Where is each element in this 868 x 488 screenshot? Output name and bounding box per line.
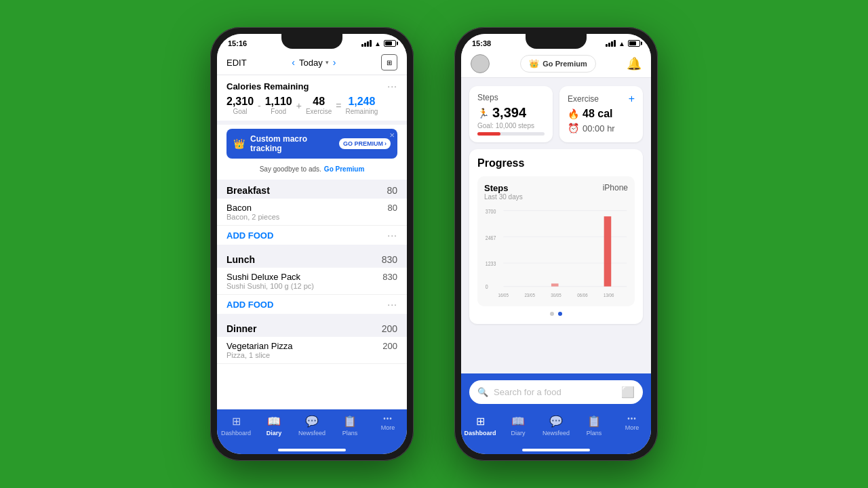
search-icon: 🔍 xyxy=(477,387,488,397)
remaining-value: 1,248 xyxy=(348,96,375,108)
diary-tab-label-2: Diary xyxy=(511,430,525,436)
go-premium-link[interactable]: Go Premium xyxy=(324,165,364,173)
more-tab-label-2: More xyxy=(625,424,639,431)
exercise-title: Exercise xyxy=(568,94,599,104)
premium-btn-label: Go Premium xyxy=(542,60,587,68)
calories-row: 2,310 Goal - 1,110 Food + 48 Exercise = … xyxy=(226,96,397,115)
tab-diary-1[interactable]: 📖 Diary xyxy=(255,415,293,436)
steps-chart-card: Steps Last 30 days iPhone 3700 2467 1233… xyxy=(477,176,635,306)
sushi-item[interactable]: Sushi Deluxe Pack Sushi Sushi, 100 g (12… xyxy=(217,268,407,295)
goal-value: 2,310 xyxy=(226,96,254,108)
home-indicator-2 xyxy=(522,449,590,451)
svg-rect-14 xyxy=(551,283,559,286)
metrics-row: Steps 🏃 3,394 Goal: 10,000 steps Exercis… xyxy=(469,86,643,142)
bell-icon[interactable]: 🔔 xyxy=(627,56,642,71)
crown-icon-2: 👑 xyxy=(529,59,539,68)
phone-diary: 15:16 ✈ ▲ EDIT ‹ Today xyxy=(210,27,414,461)
barcode-icon[interactable]: ⬜ xyxy=(621,386,635,399)
tab-more-1[interactable]: ••• More xyxy=(369,415,407,436)
notch-2 xyxy=(526,34,587,49)
signal-bars-2 xyxy=(606,40,616,47)
svg-text:16/05: 16/05 xyxy=(498,292,509,298)
exercise-label: Exercise xyxy=(306,108,332,115)
svg-text:23/05: 23/05 xyxy=(524,292,535,298)
home-indicator-1 xyxy=(278,449,346,451)
go-premium-button[interactable]: 👑 Go Premium xyxy=(520,55,595,73)
dash-header: 👑 Go Premium 🔔 xyxy=(461,50,651,78)
fire-icon: 🔥 xyxy=(568,108,579,119)
tab-plans-1[interactable]: 📋 Plans xyxy=(331,415,369,436)
avatar[interactable] xyxy=(471,54,490,73)
search-bar-area: 🔍 Search for a food ⬜ xyxy=(461,373,651,415)
wifi-icon: ▲ xyxy=(374,40,381,47)
dot-2[interactable] xyxy=(558,312,562,316)
steps-card: Steps 🏃 3,394 Goal: 10,000 steps xyxy=(469,86,553,142)
goal-label: Goal xyxy=(233,108,247,115)
breakfast-add-food-button[interactable]: ADD FOOD xyxy=(226,230,273,241)
breakfast-header: Breakfast 80 xyxy=(217,180,407,199)
banner-title: Custom macro tracking xyxy=(250,134,334,153)
search-input-row[interactable]: 🔍 Search for a food ⬜ xyxy=(469,380,643,404)
remaining-label: Remaining xyxy=(346,108,378,115)
food-cal-pizza: 200 xyxy=(382,341,397,359)
food-name-sushi: Sushi Deluxe Pack xyxy=(226,272,314,282)
dinner-title: Dinner xyxy=(226,323,256,334)
food-detail-sushi: Sushi Sushi, 100 g (12 pc) xyxy=(226,282,314,290)
chart-title: Steps xyxy=(484,183,523,193)
breakfast-add-row: ADD FOOD ··· xyxy=(217,226,407,249)
tab-newsfeed-1[interactable]: 💬 Newsfeed xyxy=(293,415,331,436)
premium-banner[interactable]: 👑 Custom macro tracking GO PREMIUM › ✕ xyxy=(226,129,397,159)
svg-text:30/05: 30/05 xyxy=(551,292,561,298)
newsfeed-tab-label-2: Newsfeed xyxy=(542,430,570,436)
breakfast-calories: 80 xyxy=(387,185,397,196)
go-premium-banner-button[interactable]: GO PREMIUM › xyxy=(339,138,391,149)
food-label: Food xyxy=(271,108,286,115)
steps-value: 3,394 xyxy=(492,105,526,121)
dashboard-tab-icon-2: ⊞ xyxy=(476,415,485,428)
diary-scroll: Breakfast 80 Bacon Bacon, 2 pieces 80 AD… xyxy=(217,180,407,409)
diary-tab-icon: 📖 xyxy=(267,415,281,428)
today-selector[interactable]: Today ▾ xyxy=(299,58,329,68)
more-tab-label: More xyxy=(381,424,395,431)
tab-more-2[interactable]: ••• More xyxy=(613,415,651,436)
search-input[interactable]: Search for a food xyxy=(494,387,616,397)
pizza-item[interactable]: Vegetarian Pizza Pizza, 1 slice 200 xyxy=(217,337,407,364)
tab-diary-2[interactable]: 📖 Diary xyxy=(499,415,537,436)
prev-day-button[interactable]: ‹ xyxy=(292,57,295,68)
food-detail-pizza: Pizza, 1 slice xyxy=(226,351,293,359)
svg-text:1233: 1233 xyxy=(486,261,496,268)
next-day-button[interactable]: › xyxy=(333,57,336,68)
tab-plans-2[interactable]: 📋 Plans xyxy=(575,415,613,436)
lunch-add-food-button[interactable]: ADD FOOD xyxy=(226,300,273,310)
exercise-card: Exercise + 🔥 48 cal ⏰ 00:00 hr xyxy=(559,86,643,142)
close-icon[interactable]: ✕ xyxy=(389,131,395,139)
date-nav: ‹ Today ▾ › xyxy=(292,57,336,68)
calories-menu[interactable]: ··· xyxy=(387,81,397,92)
chart-subtitle: Last 30 days xyxy=(484,193,523,201)
minus-op: - xyxy=(258,100,261,111)
dot-1[interactable] xyxy=(550,312,554,316)
lunch-add-row: ADD FOOD ··· xyxy=(217,295,407,318)
food-name-bacon: Bacon xyxy=(226,203,279,213)
edit-button[interactable]: EDIT xyxy=(226,58,247,68)
food-name-pizza: Vegetarian Pizza xyxy=(226,341,293,351)
tab-dashboard-2[interactable]: ⊞ Dashboard xyxy=(461,415,499,436)
breakfast-more-button[interactable]: ··· xyxy=(387,230,397,241)
bacon-item[interactable]: Bacon Bacon, 2 pieces 80 xyxy=(217,199,407,226)
tab-dashboard-1[interactable]: ⊞ Dashboard xyxy=(217,415,255,436)
tab-newsfeed-2[interactable]: 💬 Newsfeed xyxy=(537,415,575,436)
exercise-add-button[interactable]: + xyxy=(629,93,635,105)
progress-section: Progress Steps Last 30 days iPhone 3700 xyxy=(469,149,643,324)
dinner-header: Dinner 200 xyxy=(217,318,407,337)
tab-bar-2: ⊞ Dashboard 📖 Diary 💬 Newsfeed 📋 Plans •… xyxy=(461,415,651,447)
steps-bar-fill xyxy=(477,132,500,136)
battery-icon-2 xyxy=(628,40,640,47)
newsfeed-tab-icon: 💬 xyxy=(305,415,319,428)
dashboard-tab-label: Dashboard xyxy=(221,430,251,436)
lunch-more-button[interactable]: ··· xyxy=(387,299,397,310)
svg-text:2467: 2467 xyxy=(486,235,496,241)
dash-scroll: Steps 🏃 3,394 Goal: 10,000 steps Exercis… xyxy=(461,78,651,373)
plans-tab-icon-2: 📋 xyxy=(587,415,601,428)
calendar-icon[interactable]: ⊞ xyxy=(381,54,397,70)
more-tab-icon: ••• xyxy=(383,415,393,422)
